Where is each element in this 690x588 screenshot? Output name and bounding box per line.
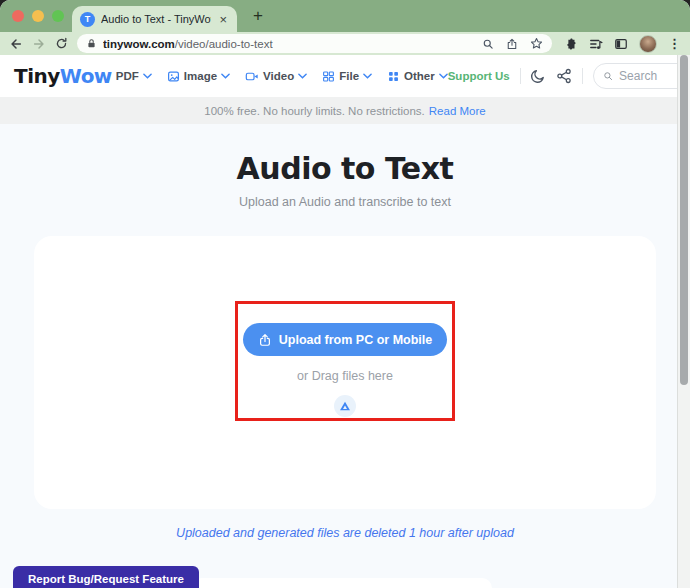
- file-icon: [322, 70, 335, 83]
- nav-label: Other: [404, 70, 435, 82]
- chevron-down-icon: [363, 73, 372, 79]
- main-nav: PDF Image Video File Other: [116, 70, 448, 83]
- minimize-window-button[interactable]: [32, 10, 44, 22]
- retention-note: Uploaded and generated files are deleted…: [0, 526, 690, 540]
- scrollbar-thumb[interactable]: [680, 55, 688, 385]
- url-path: /video/audio-to-text: [175, 38, 273, 50]
- reload-icon[interactable]: [55, 37, 68, 50]
- upload-button-label: Upload from PC or Mobile: [279, 333, 432, 347]
- banner-text: 100% free. No hourly limits. No restrict…: [204, 105, 425, 117]
- main-content: Audio to Text Upload an Audio and transc…: [0, 124, 690, 588]
- upload-button[interactable]: Upload from PC or Mobile: [243, 323, 447, 356]
- drag-files-label: or Drag files here: [297, 369, 393, 383]
- profile-avatar[interactable]: [639, 35, 657, 53]
- toolbar-right: ⋮: [564, 35, 681, 53]
- nav-item-pdf[interactable]: PDF: [116, 70, 152, 82]
- url-text: tinywow.com/video/audio-to-text: [103, 38, 273, 50]
- annotation-red-box: Upload from PC or Mobile or Drag files h…: [235, 301, 455, 421]
- address-bar[interactable]: tinywow.com/video/audio-to-text: [77, 34, 552, 53]
- media-controls-icon[interactable]: [589, 37, 603, 51]
- url-host: tinywow.com: [103, 38, 175, 50]
- nav-label: Video: [263, 70, 294, 82]
- browser-tab[interactable]: T Audio to Text - TinyWow ×: [72, 6, 237, 32]
- chevron-down-icon: [439, 73, 448, 79]
- zoom-window-button[interactable]: [52, 10, 64, 22]
- chevron-down-icon: [298, 73, 307, 79]
- upload-card: Upload from PC or Mobile or Drag files h…: [34, 236, 656, 509]
- nav-item-video[interactable]: Video: [245, 70, 307, 83]
- video-icon: [245, 70, 259, 83]
- chevron-down-icon: [143, 73, 152, 79]
- site-search[interactable]: [593, 63, 690, 89]
- share-page-icon[interactable]: [506, 38, 518, 50]
- other-grid-icon: [387, 70, 400, 83]
- logo-part-tiny: Tiny: [14, 64, 60, 88]
- image-icon: [167, 70, 180, 83]
- page-title: Audio to Text: [0, 151, 690, 186]
- divider: [520, 68, 521, 84]
- search-icon: [603, 70, 613, 82]
- new-tab-button[interactable]: +: [246, 4, 270, 28]
- tab-favicon-icon: T: [80, 12, 95, 27]
- nav-label: File: [339, 70, 359, 82]
- dark-mode-moon-icon[interactable]: [530, 68, 546, 84]
- chevron-down-icon: [221, 73, 230, 79]
- scrollbar-track[interactable]: [677, 55, 690, 588]
- page-subtitle: Upload an Audio and transcribe to text: [0, 195, 690, 209]
- traffic-lights: [12, 10, 64, 22]
- lock-icon[interactable]: [86, 38, 97, 49]
- bookmark-star-icon[interactable]: [530, 37, 543, 50]
- tinywow-logo[interactable]: TinyWow: [14, 64, 112, 88]
- nav-label: Image: [184, 70, 217, 82]
- nav-item-file[interactable]: File: [322, 70, 372, 83]
- browser-toolbar: tinywow.com/video/audio-to-text: [0, 32, 690, 55]
- tab-title: Audio to Text - TinyWow: [101, 13, 211, 25]
- forward-icon[interactable]: [32, 37, 46, 51]
- google-drive-button[interactable]: [334, 395, 356, 417]
- nav-item-other[interactable]: Other: [387, 70, 448, 83]
- google-drive-icon: [339, 401, 351, 412]
- divider: [582, 68, 583, 84]
- nav-item-image[interactable]: Image: [167, 70, 230, 83]
- bottom-peek-card: [192, 578, 492, 588]
- close-window-button[interactable]: [12, 10, 24, 22]
- logo-part-wow: Wow: [60, 64, 112, 88]
- extensions-puzzle-icon[interactable]: [564, 37, 578, 51]
- share-network-icon[interactable]: [556, 68, 572, 84]
- back-icon[interactable]: [9, 37, 23, 51]
- nav-label: PDF: [116, 70, 139, 82]
- tab-strip: T Audio to Text - TinyWow × +: [0, 0, 690, 32]
- side-panel-icon[interactable]: [614, 37, 628, 51]
- upload-icon: [258, 333, 272, 347]
- browser-window: T Audio to Text - TinyWow × + tinywow.co…: [0, 0, 690, 588]
- read-more-link[interactable]: Read More: [429, 105, 486, 117]
- support-us-link[interactable]: Support Us: [448, 70, 510, 82]
- header-right: Support Us Sign In: [448, 63, 690, 89]
- browser-menu-icon[interactable]: ⋮: [668, 36, 681, 51]
- address-bar-actions: [482, 37, 543, 50]
- zoom-page-icon[interactable]: [482, 38, 494, 50]
- promo-banner: 100% free. No hourly limits. No restrict…: [0, 97, 690, 124]
- report-bug-button[interactable]: Report Bug/Request Feature: [13, 566, 199, 588]
- site-header: TinyWow PDF Image Video File: [0, 55, 690, 97]
- tab-close-icon[interactable]: ×: [217, 13, 229, 26]
